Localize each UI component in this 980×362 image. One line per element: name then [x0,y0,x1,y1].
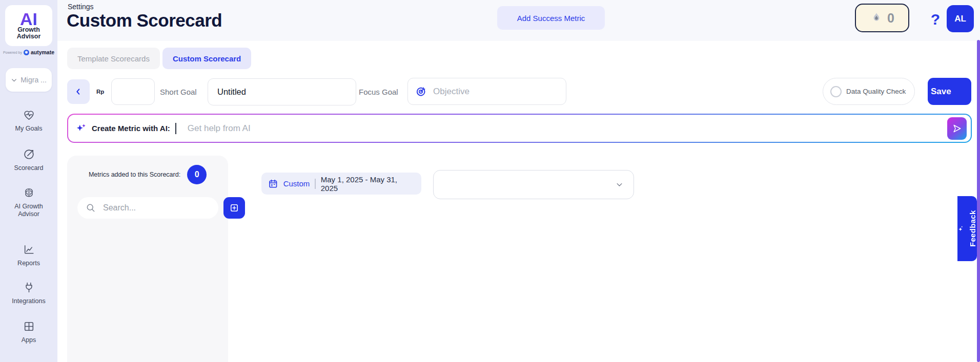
short-goal-label: Short Goal [160,78,197,105]
brain-icon [23,186,35,199]
breadcrumb: Settings [68,3,94,11]
heart-pulse-icon [23,109,35,121]
date-separator [315,179,315,189]
sidebar-item-label: My Goals [9,125,49,133]
sidebar-item-label: Scorecard [9,164,49,172]
chevron-left-icon [74,87,83,96]
objective-field[interactable] [432,86,559,97]
short-goal-field-wrap [208,78,356,105]
plus-square-icon [229,202,240,214]
powered-by-label: Powered by [3,51,22,54]
powered-by-row: Powered by ✱ autymate [0,49,57,55]
app-logo: AI Growth Advisor [5,5,52,46]
main-area: Settings Custom Scorecard Add Success Me… [57,0,980,362]
scorecard-tabs: Template Scorecards Custom Scorecard [67,48,251,69]
sparkles-icon [75,123,87,134]
flame-icon [870,11,883,25]
metrics-count-badge: 0 [187,165,207,184]
sidebar-item-scorecard[interactable]: Scorecard [0,148,57,172]
sidebar-item-my-goals[interactable]: My Goals [0,109,57,133]
date-range-pill[interactable]: Custom May 1, 2025 - May 31, 2025 [261,173,421,195]
focus-goal-label: Focus Goal [359,78,398,105]
sidebar-item-reports[interactable]: Reports [0,243,57,267]
sidebar-item-integrations[interactable]: Integrations [0,281,57,305]
short-goal-field[interactable] [208,78,356,105]
plug-icon [23,281,35,294]
radio-circle-icon [830,86,842,97]
page-title: Custom Scorecard [67,10,222,31]
goal-amount-field[interactable] [111,78,155,105]
save-button[interactable]: Save [928,78,971,105]
period-dropdown[interactable] [433,170,634,199]
app-root: AI Growth Advisor Powered by ✱ autymate … [0,0,980,362]
ai-send-button[interactable] [947,117,967,140]
chevron-down-icon [616,181,623,188]
tab-custom-scorecard[interactable]: Custom Scorecard [162,48,251,69]
goal-amount-field-wrap [111,78,155,105]
chevron-down-icon [11,77,17,83]
search-field-wrap [77,197,218,219]
metrics-search-row [77,197,227,219]
search-input[interactable] [102,203,210,213]
metrics-count-label: Metrics added to this Scorecard: [89,171,180,178]
sidebar-item-ai-growth-advisor[interactable]: AI Growth Advisor [0,186,57,218]
logo-advisor-text: Advisor [17,33,41,40]
sidebar-item-apps[interactable]: Apps [0,320,57,344]
workspace-selector-label: Migra ... [21,76,47,84]
sparkles-icon [957,225,965,232]
feedback-button[interactable]: Feedback [957,196,977,261]
objective-field-wrap [407,78,566,105]
add-success-metric-button[interactable]: Add Success Metric [497,6,605,30]
search-icon [86,203,96,213]
sidebar-item-label: Apps [9,336,49,344]
tab-template-scorecards[interactable]: Template Scorecards [67,48,160,69]
line-chart-icon [23,243,35,256]
bullseye-icon [415,86,426,97]
send-icon [952,123,962,134]
back-button[interactable] [67,79,90,104]
sidebar-item-label: Integrations [9,297,49,305]
autymate-logo-icon: ✱ [24,50,29,55]
workspace-selector[interactable]: Migra ... [6,68,52,92]
text-cursor [175,123,176,134]
currency-label: Rp [96,78,104,105]
ai-prompt-prefix: Create Metric with AI: [92,124,170,133]
date-range-label: May 1, 2025 - May 31, 2025 [321,175,415,193]
grid-icon [23,320,35,333]
coin-count: 0 [887,11,894,26]
ai-prompt-input[interactable] [181,123,942,134]
add-metric-square-button[interactable] [223,197,245,219]
calendar-icon [268,179,278,189]
ai-prompt-bar: Create Metric with AI: [67,114,972,143]
logo-ai-mark: AI [20,11,37,27]
metrics-count-row: Metrics added to this Scorecard: 0 [67,165,228,184]
help-button[interactable]: ? [926,8,945,31]
data-quality-check-label: Data Quality Check [846,88,906,95]
date-mode-label: Custom [283,179,310,188]
sidebar: AI Growth Advisor Powered by ✱ autymate … [0,0,57,362]
avatar[interactable]: AL [947,5,974,32]
feedback-label: Feedback [968,210,977,247]
sidebar-item-label: Reports [9,260,49,267]
metrics-panel: Metrics added to this Scorecard: 0 [67,156,228,362]
coin-balance-badge[interactable]: 0 [855,4,909,32]
target-arrow-icon [23,148,35,161]
data-quality-check-toggle[interactable]: Data Quality Check [823,78,915,105]
sidebar-item-label: AI Growth Advisor [9,203,49,218]
autymate-brand-text: autymate [31,49,54,55]
vertical-scrollbar[interactable] [977,40,980,362]
